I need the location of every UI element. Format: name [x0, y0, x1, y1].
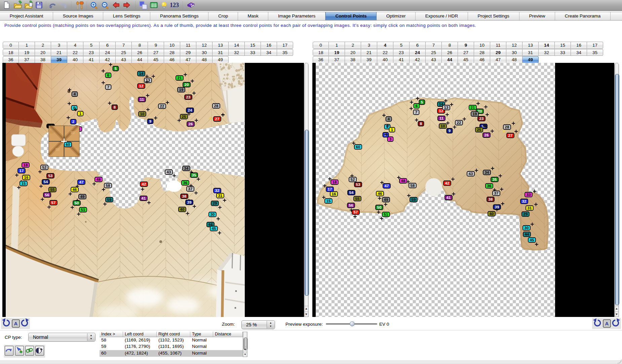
svg-text:32: 32 [215, 189, 220, 193]
svg-text:17: 17 [20, 169, 24, 173]
svg-text:47: 47 [385, 184, 389, 188]
svg-text:54: 54 [349, 191, 354, 195]
svg-text:40: 40 [180, 207, 185, 211]
svg-text:17: 17 [328, 187, 332, 191]
svg-text:33: 33 [527, 193, 531, 197]
svg-text:34: 34 [184, 166, 189, 170]
svg-text:45: 45 [212, 227, 216, 231]
svg-text:1: 1 [79, 112, 82, 116]
svg-text:50: 50 [75, 201, 79, 205]
svg-text:35: 35 [493, 177, 497, 181]
svg-text:29: 29 [523, 212, 528, 216]
svg-text:49: 49 [384, 198, 388, 202]
svg-text:22: 22 [457, 121, 461, 125]
svg-text:27: 27 [215, 117, 220, 121]
svg-text:4: 4 [74, 92, 76, 96]
svg-text:7: 7 [107, 85, 109, 89]
svg-text:31: 31 [528, 206, 532, 210]
svg-text:47: 47 [79, 180, 84, 184]
svg-text:8: 8 [420, 122, 422, 126]
svg-text:42: 42 [142, 182, 146, 186]
svg-text:28: 28 [214, 104, 219, 108]
svg-text:32: 32 [522, 199, 527, 203]
svg-text:48: 48 [401, 179, 405, 183]
svg-text:38: 38 [489, 197, 493, 201]
svg-text:20: 20 [185, 83, 189, 87]
svg-text:14: 14 [139, 72, 144, 76]
svg-text:5: 5 [421, 100, 423, 104]
svg-text:15: 15 [326, 199, 331, 203]
svg-text:3: 3 [389, 137, 391, 141]
svg-text:21: 21 [471, 106, 475, 110]
svg-text:11: 11 [439, 116, 444, 120]
svg-text:5: 5 [115, 67, 117, 71]
svg-text:31: 31 [218, 194, 223, 198]
svg-text:49: 49 [80, 195, 85, 199]
svg-text:58: 58 [106, 184, 110, 188]
svg-text:25: 25 [182, 115, 186, 119]
svg-text:56: 56 [349, 203, 353, 207]
svg-text:57: 57 [51, 201, 56, 205]
svg-text:41: 41 [142, 196, 146, 200]
svg-text:19: 19 [473, 112, 477, 116]
svg-text:18: 18 [333, 180, 337, 184]
svg-text:16: 16 [24, 175, 29, 179]
svg-text:53: 53 [48, 174, 53, 178]
svg-text:123: 123 [170, 2, 179, 8]
svg-text:8: 8 [114, 105, 116, 109]
svg-text:6: 6 [107, 73, 109, 77]
svg-text:13: 13 [444, 106, 449, 110]
svg-text:2: 2 [385, 133, 387, 137]
svg-text:30: 30 [210, 212, 215, 216]
svg-text:2: 2 [72, 120, 74, 124]
svg-text:10: 10 [140, 112, 145, 116]
svg-text:21: 21 [178, 76, 182, 80]
svg-text:6: 6 [416, 104, 418, 108]
svg-text:57: 57 [354, 210, 358, 214]
svg-text:4: 4 [388, 117, 390, 121]
svg-text:9: 9 [149, 119, 151, 123]
svg-text:37: 37 [494, 191, 499, 195]
svg-text:56: 56 [45, 193, 49, 197]
svg-text:54: 54 [44, 180, 48, 184]
svg-text:?: ? [190, 3, 192, 6]
svg-text:25: 25 [477, 128, 481, 132]
svg-text:9: 9 [449, 129, 451, 133]
svg-text:43: 43 [167, 170, 171, 174]
svg-text:55: 55 [50, 188, 55, 192]
svg-text:43: 43 [469, 172, 473, 176]
svg-text:30: 30 [524, 226, 529, 230]
svg-text:A: A [14, 321, 18, 326]
svg-text:48: 48 [96, 177, 101, 181]
svg-text:18: 18 [24, 163, 28, 167]
svg-text:29: 29 [213, 201, 217, 205]
svg-text:59: 59 [107, 198, 112, 202]
svg-text:36: 36 [487, 184, 492, 188]
svg-text:38: 38 [182, 194, 187, 198]
svg-text:40: 40 [490, 212, 494, 216]
svg-text:46: 46 [378, 192, 382, 196]
svg-text:45: 45 [530, 238, 534, 242]
svg-text:24: 24 [188, 108, 192, 112]
svg-text:22: 22 [160, 104, 164, 108]
svg-text:44: 44 [525, 232, 529, 236]
svg-text:53: 53 [356, 183, 360, 187]
svg-text:0: 0 [386, 125, 388, 129]
svg-text:34: 34 [485, 170, 489, 174]
svg-text:39: 39 [187, 200, 192, 204]
svg-text:42: 42 [445, 181, 450, 185]
svg-text:37: 37 [188, 187, 193, 191]
svg-text:19: 19 [179, 88, 184, 92]
svg-text:16: 16 [332, 192, 336, 196]
svg-text:36: 36 [183, 181, 188, 185]
svg-text:55: 55 [355, 197, 360, 201]
svg-text:52: 52 [351, 177, 355, 181]
svg-text:58: 58 [411, 184, 415, 188]
svg-text:60: 60 [66, 143, 70, 147]
svg-text:50: 50 [377, 205, 382, 209]
svg-text:10: 10 [441, 124, 445, 128]
svg-text:27: 27 [508, 133, 513, 137]
svg-text:11: 11 [140, 97, 144, 102]
svg-text:51: 51 [384, 212, 388, 216]
svg-text:7: 7 [415, 110, 417, 114]
